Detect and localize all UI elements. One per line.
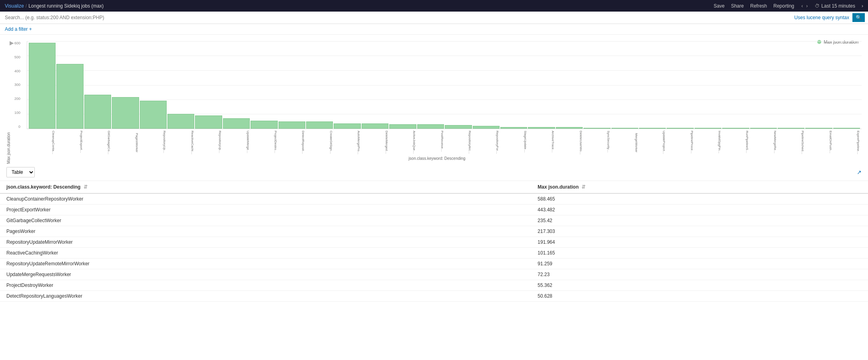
bar <box>722 128 749 129</box>
bar-wrap[interactable] <box>667 41 693 129</box>
x-label: PipelineScheduleWorker <box>778 131 804 155</box>
bar-wrap[interactable] <box>473 41 500 129</box>
bar-wrap[interactable] <box>833 41 860 129</box>
bar <box>473 126 500 129</box>
cell-duration: 101.165 <box>531 248 868 259</box>
x-label: CleanupContainerRepositoryWorker <box>28 131 55 155</box>
bar-wrap[interactable] <box>389 41 416 129</box>
search-input[interactable] <box>3 14 794 21</box>
table-row: ProjectExportWorker443.482 <box>0 205 868 215</box>
expand-time-icon[interactable]: › <box>862 3 863 9</box>
bar-wrap[interactable] <box>417 41 444 129</box>
view-select[interactable]: Table JSON CSV <box>6 167 35 177</box>
visualize-link[interactable]: Visualize <box>5 3 24 9</box>
bar <box>279 121 305 129</box>
x-label: ActiveJobQueueWorker <box>389 131 416 155</box>
x-label: SyncSecurityReportsWorker <box>583 131 610 155</box>
x-label: UpdateMergeRequestsWorker <box>223 131 249 155</box>
x-label: GitGarbageCollectWorker <box>84 131 111 155</box>
bar-wrap[interactable] <box>500 41 527 129</box>
bar <box>583 128 610 129</box>
bar-wrap[interactable] <box>279 41 305 129</box>
table-body: CleanupContainerRepositoryWorker588.465P… <box>0 193 868 302</box>
cell-class: RepositoryUpdateMirrorWorker <box>0 237 531 248</box>
x-label: AutoMergeProcessWorker <box>334 131 360 155</box>
filter-bar: Add a filter + <box>0 24 868 35</box>
bar-wrap[interactable] <box>556 41 583 129</box>
bar <box>639 128 666 129</box>
time-range-label: Last 15 minutes <box>821 3 855 9</box>
bar <box>223 118 250 129</box>
add-filter-button[interactable]: Add a filter + <box>5 26 32 32</box>
bar-wrap[interactable] <box>750 41 777 129</box>
x-label: DeleteMergedBranchesWorker <box>361 131 388 155</box>
bar-wrap[interactable] <box>56 41 83 129</box>
controls-bar: Table JSON CSV ↗ <box>0 164 868 181</box>
cell-duration: 235.42 <box>531 215 868 226</box>
x-label: DetectRepositoryLanguagesWorker <box>278 131 305 155</box>
bar <box>695 128 721 129</box>
x-label: ExpirePipelineCacheWorker <box>833 131 860 155</box>
bar <box>306 121 333 129</box>
x-label: ReactiveCachingWorker <box>167 131 194 155</box>
x-labels: CleanupContainerRepositoryWorkerProjectE… <box>27 131 862 155</box>
col1-header[interactable]: json.class.keyword: Descending ⇵ <box>0 181 531 193</box>
y-label-100: 100 <box>14 111 20 115</box>
bar <box>84 95 111 129</box>
time-range-picker[interactable]: ⏱ Last 15 minutes <box>815 3 855 9</box>
bar-wrap[interactable] <box>29 41 56 129</box>
bar-wrap[interactable] <box>611 41 638 129</box>
table-row: ProjectDestroyWorker55.362 <box>0 280 868 291</box>
bar-wrap[interactable] <box>722 41 749 129</box>
x-label: PostReceiveWorker <box>417 131 444 155</box>
bar <box>667 128 693 129</box>
bar-wrap[interactable] <box>140 41 167 129</box>
bar-wrap[interactable] <box>306 41 333 129</box>
refresh-button[interactable]: Refresh <box>750 3 767 9</box>
bar <box>611 128 638 129</box>
bar-wrap[interactable] <box>805 41 832 129</box>
y-label-500: 500 <box>14 55 20 59</box>
bar-wrap[interactable] <box>362 41 388 129</box>
col2-header[interactable]: Max json.duration ⇵ <box>531 181 868 193</box>
bar-wrap[interactable] <box>334 41 360 129</box>
x-label: NewMergeRequestWorker <box>750 131 776 155</box>
bar-wrap[interactable] <box>167 41 194 129</box>
bar-wrap[interactable] <box>528 41 555 129</box>
bar-wrap[interactable] <box>251 41 277 129</box>
bar-wrap[interactable] <box>112 41 139 129</box>
expand-table-icon[interactable]: ↗ <box>857 169 862 175</box>
y-label-200: 200 <box>14 97 20 101</box>
chart-container: ▶ Max json.duration Max json.duration 60… <box>0 35 868 164</box>
y-label-300: 300 <box>14 83 20 87</box>
cell-class: DetectRepositoryLanguagesWorker <box>0 291 531 302</box>
bar <box>805 128 832 129</box>
cell-duration: 91.259 <box>531 259 868 269</box>
bar-wrap[interactable] <box>84 41 111 129</box>
bar-wrap[interactable] <box>639 41 666 129</box>
save-button[interactable]: Save <box>714 3 725 9</box>
cell-class: ReactiveCachingWorker <box>0 248 531 259</box>
reporting-button[interactable]: Reporting <box>773 3 794 9</box>
bar <box>556 127 583 129</box>
share-button[interactable]: Share <box>731 3 744 9</box>
x-label: StageUpdateWorker <box>500 131 527 155</box>
bar-wrap[interactable] <box>445 41 472 129</box>
prev-arrow[interactable]: ‹ <box>800 3 804 9</box>
next-arrow[interactable]: › <box>805 3 808 9</box>
bars-row <box>27 41 862 129</box>
table-row: DetectRepositoryLanguagesWorker50.628 <box>0 291 868 302</box>
bar <box>251 121 277 129</box>
bar <box>140 101 167 129</box>
bar-wrap[interactable] <box>695 41 721 129</box>
bar-wrap[interactable] <box>195 41 222 129</box>
chart-grid: 600 500 400 300 200 100 0 <box>27 41 862 129</box>
bar-wrap[interactable] <box>778 41 804 129</box>
bar <box>750 128 777 129</box>
lucene-link[interactable]: Uses lucene query syntax <box>794 15 849 20</box>
bar-wrap[interactable] <box>223 41 250 129</box>
y-axis-label: Max json.duration <box>6 132 11 164</box>
cell-class: GitGarbageCollectWorker <box>0 215 531 226</box>
search-button[interactable]: 🔍 <box>852 13 865 22</box>
bar-wrap[interactable] <box>583 41 610 129</box>
